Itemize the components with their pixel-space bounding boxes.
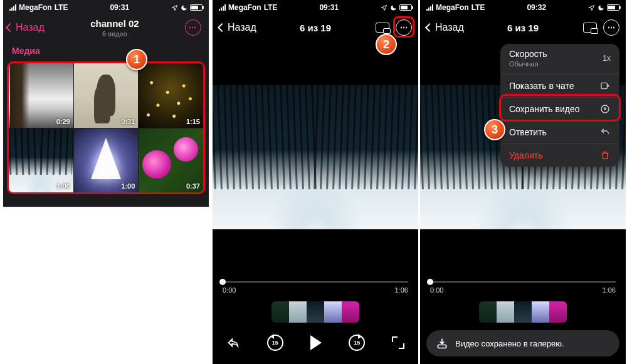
context-menu: Скорость Обычная 1x Показать в чате Сохр… — [500, 44, 619, 167]
svg-rect-2 — [438, 345, 446, 348]
media-tabs: Медиа — [3, 41, 209, 60]
channel-subtitle: 6 видео — [90, 30, 139, 38]
status-bar: MegaFon LTE 09:31 — [3, 0, 209, 14]
progress-track[interactable] — [223, 281, 408, 283]
moon-icon — [390, 4, 397, 11]
nav-bar: Назад channel 02 6 видео ⋯ — [3, 14, 209, 41]
download-icon — [599, 104, 611, 114]
media-gallery-screen: MegaFon LTE 09:31 Назад channel 02 6 вид… — [3, 0, 209, 207]
progress-knob[interactable] — [427, 279, 433, 285]
media-grid: 0:29 0:31 1:15 1:06 1:00 0:37 — [7, 61, 205, 194]
back-label: Назад — [435, 22, 464, 33]
menu-reply[interactable]: Ответить — [500, 121, 619, 144]
video-thumb[interactable]: 0:31 — [74, 63, 139, 128]
carrier-label: MegaFon — [228, 3, 261, 12]
moon-icon — [598, 4, 604, 11]
pip-icon[interactable] — [583, 23, 597, 33]
tab-media[interactable]: Медиа — [12, 46, 40, 56]
video-thumb[interactable]: 1:00 — [74, 128, 139, 193]
menu-delete[interactable]: Удалить — [500, 144, 619, 167]
menu-reply-label: Ответить — [509, 127, 547, 137]
time-current: 0:00 — [223, 286, 236, 294]
speed-icon: 1x — [603, 54, 611, 63]
battery-icon — [607, 4, 619, 11]
progress-track[interactable] — [430, 281, 616, 283]
pip-icon[interactable] — [376, 23, 389, 33]
title-box[interactable]: channel 02 6 видео — [90, 18, 139, 38]
back-button[interactable]: Назад — [7, 22, 45, 33]
duration-label: 1:15 — [186, 118, 200, 125]
video-thumb[interactable]: 1:06 — [9, 128, 73, 193]
filmstrip[interactable] — [271, 301, 359, 323]
chevron-left-icon — [6, 23, 14, 32]
menu-delete-label: Удалить — [509, 150, 542, 160]
video-thumb[interactable]: 1:15 — [139, 63, 203, 128]
share-button[interactable] — [226, 336, 240, 350]
timeline[interactable]: 0:00 1:06 — [430, 281, 616, 294]
location-icon — [381, 4, 387, 11]
menu-save-video[interactable]: Сохранить видео — [500, 98, 619, 121]
duration-label: 1:06 — [56, 182, 70, 190]
back-button[interactable]: Назад — [426, 22, 464, 33]
menu-show-label: Показать в чате — [509, 81, 574, 91]
skip-forward-icon: 15 — [349, 335, 365, 351]
time-total: 1:06 — [395, 286, 408, 294]
signal-icon — [219, 4, 226, 11]
video-thumb[interactable]: 0:29 — [9, 63, 73, 128]
menu-speed[interactable]: Скорость Обычная 1x — [500, 44, 619, 75]
menu-speed-label: Скорость — [509, 49, 547, 59]
chevron-left-icon — [425, 23, 434, 32]
svg-rect-0 — [601, 83, 607, 88]
menu-save-label: Сохранить видео — [509, 104, 579, 114]
location-icon — [588, 4, 595, 11]
carrier-label: MegaFon — [436, 3, 469, 12]
more-button[interactable]: ⋯ — [396, 19, 412, 36]
saved-icon — [435, 336, 449, 350]
clock-label: 09:31 — [319, 3, 339, 12]
skip-back-button[interactable]: 15 — [267, 335, 283, 351]
timeline[interactable]: 0:00 1:06 — [223, 281, 408, 294]
toast-saved: Видео сохранено в галерею. — [426, 330, 619, 356]
goto-icon — [599, 81, 611, 91]
network-label: LTE — [264, 3, 278, 12]
time-current: 0:00 — [430, 286, 443, 294]
menu-speed-sub: Обычная — [509, 60, 539, 68]
status-bar: MegaFon LTE 09:32 — [420, 0, 626, 14]
video-player-menu-screen: MegaFon LTE 09:32 Назад 6 из 19 ⋯ Скорос… — [420, 0, 626, 364]
channel-title: channel 02 — [90, 18, 139, 29]
fullscreen-icon — [392, 336, 404, 349]
video-thumb[interactable]: 0:37 — [139, 128, 203, 193]
duration-label: 0:31 — [121, 118, 135, 125]
chevron-left-icon — [218, 23, 226, 32]
fullscreen-button[interactable] — [392, 336, 404, 349]
carrier-label: MegaFon — [19, 3, 52, 12]
player-controls: 15 15 — [213, 329, 418, 356]
step-badge-1: 1 — [126, 49, 147, 70]
skip-forward-button[interactable]: 15 — [349, 335, 365, 351]
duration-label: 0:37 — [186, 182, 200, 190]
battery-icon — [399, 4, 412, 11]
signal-icon — [426, 4, 433, 11]
video-frame — [213, 85, 418, 229]
toast-label: Видео сохранено в галерею. — [455, 339, 564, 348]
more-button[interactable]: ⋯ — [185, 19, 201, 36]
back-button[interactable]: Назад — [219, 22, 256, 33]
clock-label: 09:31 — [110, 3, 129, 12]
moon-icon — [181, 4, 187, 11]
nav-bar: Назад 6 из 19 ⋯ — [420, 14, 626, 41]
back-label: Назад — [16, 22, 45, 33]
clock-label: 09:32 — [527, 3, 546, 12]
video-player-screen: MegaFon LTE 09:31 Назад 6 из 19 ⋯ 0:00 1… — [213, 0, 418, 364]
play-button[interactable] — [310, 335, 322, 350]
back-label: Назад — [228, 22, 256, 33]
step-badge-2: 2 — [376, 34, 397, 55]
battery-icon — [190, 4, 203, 11]
duration-label: 0:29 — [56, 118, 70, 125]
video-viewport[interactable] — [213, 41, 418, 273]
play-icon — [310, 335, 322, 350]
status-bar: MegaFon LTE 09:31 — [213, 0, 418, 14]
more-button[interactable]: ⋯ — [603, 19, 619, 36]
progress-knob[interactable] — [219, 279, 226, 285]
filmstrip[interactable] — [479, 301, 567, 323]
menu-show-in-chat[interactable]: Показать в чате — [500, 75, 619, 98]
